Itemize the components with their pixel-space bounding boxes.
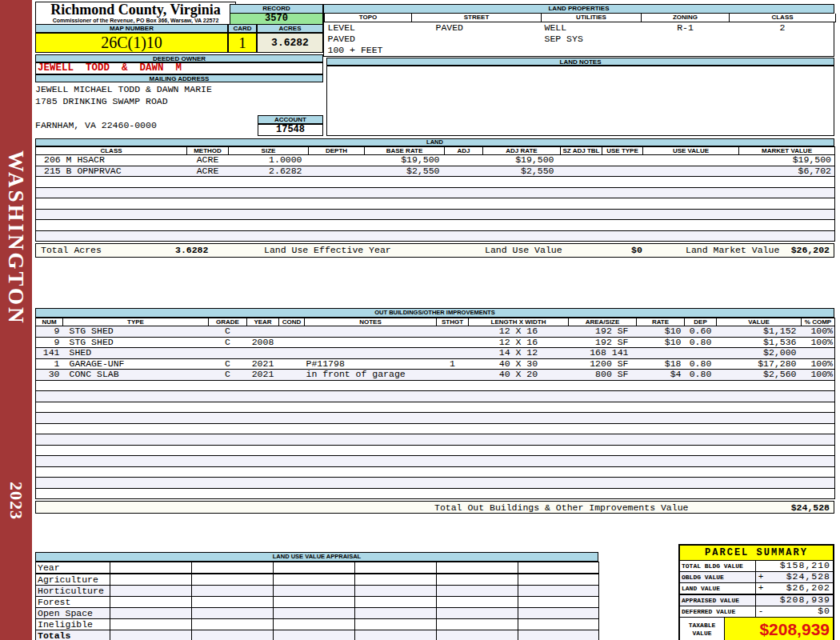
table-cell: P#11798	[305, 358, 437, 370]
table-cell: 9	[36, 326, 63, 338]
table-cell	[437, 380, 469, 391]
table-cell	[802, 456, 835, 467]
table-cell	[209, 402, 247, 413]
table-cell	[739, 209, 835, 220]
table-cell	[279, 434, 305, 446]
table-cell	[110, 619, 192, 630]
table-cell: $2,550	[483, 166, 561, 177]
land-section-title: LAND	[35, 138, 834, 146]
table-cell	[437, 391, 469, 402]
card-value: 1	[228, 33, 257, 53]
table-cell	[36, 220, 187, 231]
table-cell	[209, 391, 247, 402]
parcel-summary-title: PARCEL SUMMARY	[680, 546, 833, 561]
table-cell	[412, 45, 542, 56]
table-cell	[518, 574, 599, 586]
land-properties-table: TOPOSTREETUTILITIESZONINGCLASS LEVELPAVE…	[324, 14, 836, 56]
table-cell	[437, 574, 518, 586]
table-cell	[569, 445, 637, 456]
table-cell: R-1	[642, 22, 730, 34]
table-row: Forest	[36, 597, 599, 608]
table-cell	[437, 370, 469, 381]
column-header: BASE RATE	[365, 147, 445, 155]
table-cell	[274, 619, 355, 630]
table-cell: Totals	[36, 630, 110, 640]
summary-label: OBLDG VALUE	[680, 572, 756, 582]
column-header: NOTES	[305, 318, 437, 326]
column-header: ZONING	[642, 14, 730, 22]
column-header: MARKET VALUE	[739, 147, 835, 155]
table-cell	[561, 220, 602, 231]
out-buildings-header-row: NUMTYPEGRADEYEARCONDNOTESSTHGTLENGTH X W…	[36, 318, 835, 326]
summary-operator	[756, 561, 766, 571]
table-cell	[63, 445, 209, 456]
table-cell	[247, 466, 279, 478]
mailing-address-label: MAILING ADDRESS	[35, 74, 323, 82]
table-cell	[643, 209, 739, 220]
table-cell	[437, 586, 518, 597]
column-header: LENGTH X WIDTH	[469, 318, 569, 326]
summary-row: APPRAISED VALUE $208,939	[680, 594, 833, 606]
account-value: 17548	[258, 124, 323, 136]
table-cell	[717, 391, 802, 402]
summary-value: $26,202	[766, 583, 833, 594]
table-cell	[643, 155, 739, 166]
table-cell: $2,560	[717, 370, 802, 381]
table-cell	[229, 230, 309, 242]
table-cell	[279, 445, 305, 456]
table-row	[36, 466, 835, 478]
table-cell	[643, 230, 739, 242]
table-cell	[63, 456, 209, 467]
table-cell	[802, 423, 835, 434]
column-header: STREET	[412, 14, 542, 22]
effective-year-label: Land Use Effective Year	[264, 244, 391, 256]
district-vertical-label: WASHINGTON	[0, 120, 32, 356]
table-cell	[637, 380, 685, 391]
table-cell: 12 X 16	[469, 337, 569, 348]
table-cell	[483, 198, 561, 210]
table-cell: 2021	[247, 370, 279, 381]
column-header: METHOD	[187, 147, 229, 155]
table-cell	[365, 177, 445, 188]
table-cell: $6,702	[739, 166, 835, 177]
table-cell	[274, 630, 355, 640]
table-row: Totals	[36, 630, 599, 640]
table-cell: 30	[36, 370, 63, 381]
table-cell: 1.0000	[229, 155, 309, 166]
table-cell	[192, 619, 274, 630]
county-name: Richmond County, Virginia	[36, 2, 235, 18]
table-cell	[36, 423, 63, 434]
table-cell	[365, 209, 445, 220]
table-cell: $2,550	[365, 166, 445, 177]
table-cell	[36, 177, 187, 188]
table-cell	[229, 187, 309, 198]
table-cell	[305, 391, 437, 402]
table-cell	[247, 348, 279, 359]
summary-operator: +	[756, 583, 766, 594]
table-cell	[483, 177, 561, 188]
table-row: Open Space	[36, 608, 599, 619]
table-cell: $4	[637, 370, 685, 381]
table-cell	[36, 434, 63, 446]
table-cell	[802, 488, 835, 499]
table-cell	[518, 630, 599, 640]
table-cell	[643, 198, 739, 210]
land-section: LAND CLASSMETHODSIZEDEPTHBASE RATEADJADJ…	[35, 138, 834, 258]
table-row	[36, 423, 835, 434]
table-cell: SHED	[63, 348, 209, 359]
table-cell	[309, 166, 365, 177]
table-cell	[445, 166, 483, 177]
table-cell	[717, 402, 802, 413]
table-cell	[469, 456, 569, 467]
table-cell	[247, 380, 279, 391]
table-cell	[355, 586, 437, 597]
table-cell	[717, 466, 802, 478]
summary-operator	[756, 595, 766, 606]
table-cell	[247, 423, 279, 434]
table-row: Year	[36, 562, 599, 574]
table-cell	[802, 434, 835, 446]
table-cell	[561, 155, 602, 166]
table-cell: $17,280	[717, 358, 802, 370]
table-cell	[685, 402, 717, 413]
table-cell	[279, 358, 305, 370]
